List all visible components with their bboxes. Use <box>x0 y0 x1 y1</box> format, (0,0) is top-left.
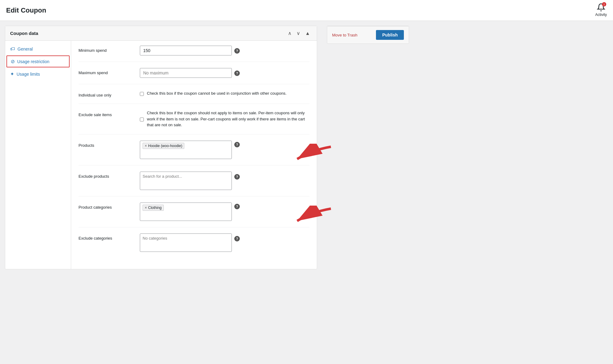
coupon-panel-body: 🏷 General ⊘ Usage restriction ✦ Usage li… <box>5 41 317 269</box>
product-categories-tag-input[interactable]: × Clothing <box>140 203 232 221</box>
activity-button[interactable]: 1 Activity <box>595 3 607 17</box>
move-to-trash-link[interactable]: Move to Trash <box>332 33 357 37</box>
exclude-sale-checkbox[interactable] <box>140 111 144 128</box>
product-categories-help[interactable]: ? <box>234 204 240 209</box>
exclude-sale-row: Exclude sale items Check this box if the… <box>79 110 309 135</box>
minimum-spend-help[interactable]: ? <box>234 48 240 54</box>
nav-item-usage-limits[interactable]: ✦ Usage limits <box>5 68 71 80</box>
products-help[interactable]: ? <box>234 142 240 147</box>
category-tag-clothing-label: Clothing <box>148 206 162 210</box>
sidebar-actions: Move to Trash Publish <box>327 26 409 44</box>
nav-label-general: General <box>17 47 33 51</box>
panel-nav: 🏷 General ⊘ Usage restriction ✦ Usage li… <box>5 41 71 269</box>
maximum-spend-input[interactable] <box>140 68 232 78</box>
minimum-spend-label: Minimum spend <box>79 46 140 53</box>
exclude-sale-field: Check this box if the coupon should not … <box>140 110 309 128</box>
publish-button[interactable]: Publish <box>376 30 404 40</box>
top-header: Edit Coupon 1 Activity <box>0 0 613 21</box>
products-search-input[interactable] <box>143 150 229 155</box>
product-categories-label: Product categories <box>79 203 140 210</box>
categories-search-input[interactable] <box>143 212 229 217</box>
exclude-products-row: Exclude products ? <box>79 172 309 196</box>
sidebar-actions-footer: Move to Trash Publish <box>327 26 409 44</box>
individual-use-label: Individual use only <box>79 90 140 97</box>
individual-use-row: Individual use only Check this box if th… <box>79 90 309 104</box>
exclude-categories-tag-input[interactable] <box>140 233 232 252</box>
product-categories-field: × Clothing ? <box>140 203 309 221</box>
minimum-spend-input[interactable] <box>140 46 232 55</box>
product-tag-hoodie-label: Hoodie (woo-hoodie) <box>148 144 182 148</box>
exclude-categories-field: ? <box>140 233 309 252</box>
exclude-sale-description: Check this box if the coupon should not … <box>147 110 309 128</box>
categories-tag-list: × Clothing <box>143 205 229 211</box>
activity-icon: 1 <box>597 3 605 12</box>
exclude-products-search-input[interactable] <box>143 174 229 179</box>
nav-label-usage-restriction: Usage restriction <box>17 59 49 64</box>
products-tag-list: × Hoodie (woo-hoodie) <box>143 143 229 149</box>
panel-controls: ∧ ∨ ▲ <box>286 30 312 37</box>
individual-use-checkbox[interactable] <box>140 91 144 97</box>
usage-limits-icon: ✦ <box>10 71 14 77</box>
activity-label: Activity <box>595 13 607 17</box>
coupon-panel-header: Coupon data ∧ ∨ ▲ <box>5 26 317 41</box>
main-layout: Coupon data ∧ ∨ ▲ 🏷 General ⊘ Usage <box>0 21 613 364</box>
exclude-products-help[interactable]: ? <box>234 174 240 180</box>
nav-item-general[interactable]: 🏷 General <box>5 43 71 55</box>
product-tag-hoodie-remove[interactable]: × <box>145 144 147 148</box>
product-tag-hoodie: × Hoodie (woo-hoodie) <box>143 143 184 149</box>
products-tag-input[interactable]: × Hoodie (woo-hoodie) <box>140 141 232 159</box>
exclude-products-tag-input[interactable] <box>140 172 232 190</box>
panel-content-wrapper: Minimum spend ? Maximum spend ? <box>71 41 317 269</box>
coupon-panel-title: Coupon data <box>10 31 38 36</box>
exclude-sale-label: Exclude sale items <box>79 110 140 117</box>
exclude-categories-label: Exclude categories <box>79 233 140 241</box>
usage-restriction-icon: ⊘ <box>11 59 15 64</box>
individual-use-field: Check this box if the coupon cannot be u… <box>140 90 309 97</box>
exclude-categories-row: Exclude categories ? <box>79 233 309 258</box>
maximum-spend-label: Maximum spend <box>79 68 140 75</box>
products-row: Products × Hoodie (woo-hoodie) <box>79 141 309 165</box>
exclude-categories-search-input[interactable] <box>143 236 229 241</box>
panel-collapse-up-button[interactable]: ∧ <box>286 30 293 37</box>
products-field: × Hoodie (woo-hoodie) ? <box>140 141 309 159</box>
maximum-spend-field: ? <box>140 68 309 78</box>
nav-item-usage-restriction[interactable]: ⊘ Usage restriction <box>6 55 70 67</box>
general-icon: 🏷 <box>10 46 15 52</box>
minimum-spend-row: Minimum spend ? <box>79 46 309 62</box>
products-label: Products <box>79 141 140 148</box>
panel-content: Minimum spend ? Maximum spend ? <box>71 41 317 269</box>
category-tag-clothing-remove[interactable]: × <box>145 206 147 210</box>
product-categories-row: Product categories × Clothing <box>79 203 309 227</box>
right-sidebar: Move to Trash Publish <box>322 21 414 364</box>
nav-label-usage-limits: Usage limits <box>17 72 40 77</box>
activity-notification-badge: 1 <box>602 2 606 6</box>
category-tag-clothing: × Clothing <box>143 205 164 211</box>
page-title: Edit Coupon <box>6 6 46 14</box>
maximum-spend-row: Maximum spend ? <box>79 68 309 84</box>
exclude-categories-help[interactable]: ? <box>234 236 240 241</box>
coupon-panel: Coupon data ∧ ∨ ▲ 🏷 General ⊘ Usage <box>5 26 317 269</box>
individual-use-description: Check this box if the coupon cannot be u… <box>147 90 286 97</box>
content-area: Coupon data ∧ ∨ ▲ 🏷 General ⊘ Usage <box>0 21 322 364</box>
maximum-spend-help[interactable]: ? <box>234 70 240 76</box>
panel-minimize-button[interactable]: ▲ <box>303 30 312 37</box>
exclude-products-label: Exclude products <box>79 172 140 179</box>
minimum-spend-field: ? <box>140 46 309 55</box>
panel-collapse-down-button[interactable]: ∨ <box>295 30 302 37</box>
exclude-products-field: ? <box>140 172 309 190</box>
